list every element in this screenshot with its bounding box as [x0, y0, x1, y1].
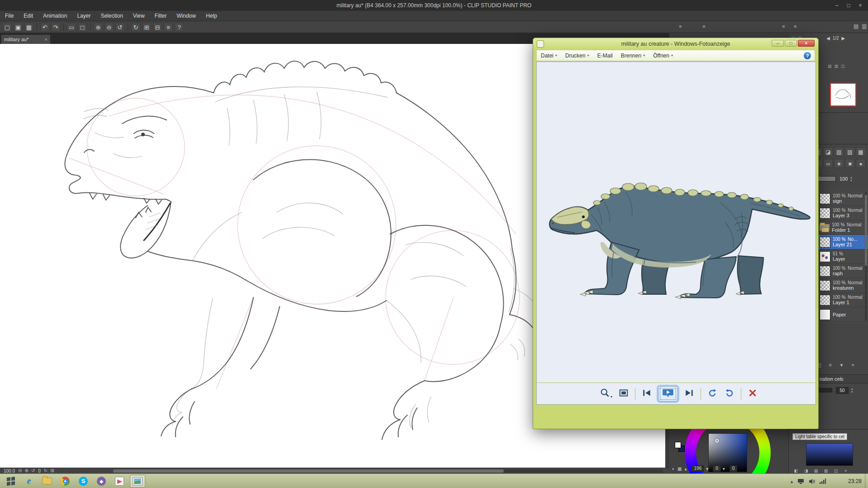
rotate-cw-button[interactable] — [723, 388, 736, 400]
app-titlebar[interactable]: military au* (B4 364.00 x 257.00mm 300dp… — [0, 0, 868, 11]
taskbar-app[interactable]: ◆ — [94, 475, 109, 488]
taskbar-clip-studio[interactable] — [112, 475, 127, 488]
viewer-menu-datei[interactable]: Datei▾ — [537, 53, 561, 59]
zoom-in-icon[interactable]: ⊕ — [94, 23, 103, 32]
grid-icon[interactable]: ⊞ — [142, 23, 151, 32]
light-d-icon[interactable]: ▥ — [821, 469, 831, 473]
next-button[interactable] — [682, 388, 696, 400]
delete-button[interactable] — [746, 388, 759, 400]
tray-network-icon[interactable] — [820, 478, 826, 484]
zoom-out-icon[interactable]: ⊖ — [18, 468, 22, 474]
panel-menu-icon[interactable]: ▤ — [854, 23, 858, 29]
taskbar-photo-viewer[interactable] — [130, 475, 145, 488]
light-e-icon[interactable]: ◫ — [831, 469, 841, 473]
opacity-spinner[interactable]: ▴▾ — [850, 176, 852, 182]
slider-toggle-icon[interactable]: ▦ — [677, 466, 682, 471]
opacity-value[interactable]: 100 — [839, 176, 848, 182]
menu-window[interactable]: Window — [172, 11, 201, 21]
light-f-icon[interactable]: × — [841, 469, 851, 473]
rotate-view-icon[interactable]: ↺ — [115, 23, 124, 32]
menu-filter[interactable]: Filter — [150, 11, 172, 21]
taskbar-browser[interactable] — [57, 475, 73, 488]
trash-icon[interactable]: × — [848, 361, 858, 369]
nav-next-icon[interactable]: ▶ — [842, 36, 845, 41]
light-table-gradient-swatch[interactable] — [806, 443, 853, 466]
canvas-horizontal-scrollbar[interactable] — [113, 469, 663, 473]
merge-icon[interactable]: ≡ — [825, 361, 835, 369]
menu-animation[interactable]: Animation — [38, 11, 72, 21]
menu-file[interactable]: File — [0, 11, 19, 21]
color-value-2[interactable]: 0 — [713, 465, 721, 472]
save-icon[interactable]: ▦ — [24, 23, 33, 32]
previous-button[interactable] — [640, 388, 653, 400]
tab-close-icon[interactable]: × — [45, 37, 48, 42]
minimize-button[interactable]: – — [831, 1, 843, 10]
viewer-close-button[interactable]: × — [798, 40, 815, 47]
photo-viewer-window[interactable]: military au creature - Windows-Fotoanzei… — [533, 38, 819, 429]
spin-down-icon[interactable]: ▾ — [706, 466, 708, 471]
draft-icon[interactable]: ▨ — [845, 147, 855, 156]
collapse-dock-icon[interactable]: » — [679, 23, 682, 29]
rotate-cw-view-icon[interactable]: ↻ — [44, 468, 48, 474]
color-value-3[interactable]: 0 — [730, 465, 738, 472]
deselect-icon[interactable]: ◻ — [78, 23, 87, 32]
reset-view-icon[interactable]: ↻ — [131, 23, 140, 32]
viewer-menu-drucken[interactable]: Drucken▾ — [561, 53, 593, 59]
document-tab[interactable]: military au* × — [1, 34, 51, 44]
foreground-color-swatch[interactable] — [675, 442, 681, 448]
redo-icon[interactable]: ↷ — [51, 23, 60, 32]
dot-icon[interactable]: ● — [856, 159, 866, 168]
star-icon[interactable]: ★ — [834, 159, 844, 168]
zoom-button[interactable]: ▾ — [600, 388, 613, 400]
menu-selection[interactable]: Selection — [95, 11, 128, 21]
navigator-thumbnail[interactable] — [830, 83, 856, 106]
taskbar-clock[interactable]: 23:28 — [848, 474, 862, 488]
menu-help[interactable]: Help — [201, 11, 222, 21]
taskbar-internet-explorer[interactable]: e — [21, 475, 37, 488]
spin-down-icon-2[interactable]: ▾ — [723, 466, 725, 471]
actual-size-button[interactable] — [617, 388, 630, 400]
link-icon[interactable]: ∞ — [823, 159, 833, 168]
ruler-icon[interactable]: ≡ — [164, 23, 173, 32]
menu-view[interactable]: View — [128, 11, 150, 21]
taskbar-skype[interactable]: S — [76, 475, 91, 488]
horizontal-scroll-thumb[interactable] — [113, 469, 504, 473]
snap-icon[interactable]: ⊟ — [153, 23, 162, 32]
zoom-in-icon[interactable]: ⊕ — [24, 468, 28, 474]
viewer-minimize-button[interactable]: – — [772, 40, 784, 47]
viewer-menu--ffnen[interactable]: Öffnen▾ — [649, 53, 677, 59]
lock-alpha-icon[interactable]: ▧ — [834, 147, 844, 156]
rotate-ccw-button[interactable] — [706, 388, 719, 400]
color-marker[interactable] — [715, 439, 719, 443]
viewer-maximize-button[interactable]: □ — [785, 40, 797, 47]
viewer-help-button[interactable]: ? — [804, 52, 811, 59]
expand-dock-icon[interactable]: « — [782, 23, 785, 29]
spin-up-icon[interactable]: ▴ — [685, 466, 687, 471]
wheel-toggle-icon[interactable]: ◐ — [672, 466, 675, 471]
tray-volume-icon[interactable] — [809, 478, 815, 484]
viewer-menu-brennen[interactable]: Brennen▾ — [617, 53, 649, 59]
taskbar-file-explorer[interactable] — [39, 475, 55, 488]
viewer-titlebar[interactable]: military au creature - Windows-Fotoanzei… — [533, 38, 818, 50]
close-button[interactable]: × — [854, 1, 866, 10]
lock-icon[interactable]: ◪ — [823, 147, 833, 156]
color-value-1[interactable]: 196 — [692, 465, 705, 472]
panel-list-icon[interactable]: ▥ — [862, 23, 867, 29]
new-document-icon[interactable]: ▢ — [3, 23, 12, 32]
expand-dock-icon-2[interactable]: « — [794, 23, 797, 29]
animation-spinner[interactable]: ▴▾ — [851, 387, 853, 393]
zoom-out-icon[interactable]: ⊖ — [105, 23, 114, 32]
start-button[interactable] — [3, 475, 19, 488]
layer-scroll-thumb[interactable] — [865, 195, 867, 266]
palette-icon[interactable]: ▩ — [856, 147, 866, 156]
show-desktop-button[interactable] — [865, 474, 868, 488]
square-icon[interactable]: ■ — [845, 159, 855, 168]
tray-monitor-icon[interactable] — [797, 478, 804, 484]
tray-chevron-icon[interactable]: ▴ — [791, 479, 793, 484]
menu-edit[interactable]: Edit — [19, 11, 38, 21]
help-icon[interactable]: ? — [175, 23, 184, 32]
color-swatches[interactable] — [675, 442, 686, 453]
animation-value[interactable]: 50 — [836, 387, 849, 394]
menu-layer[interactable]: Layer — [72, 11, 95, 21]
layer-list-scrollbar[interactable] — [865, 192, 867, 321]
